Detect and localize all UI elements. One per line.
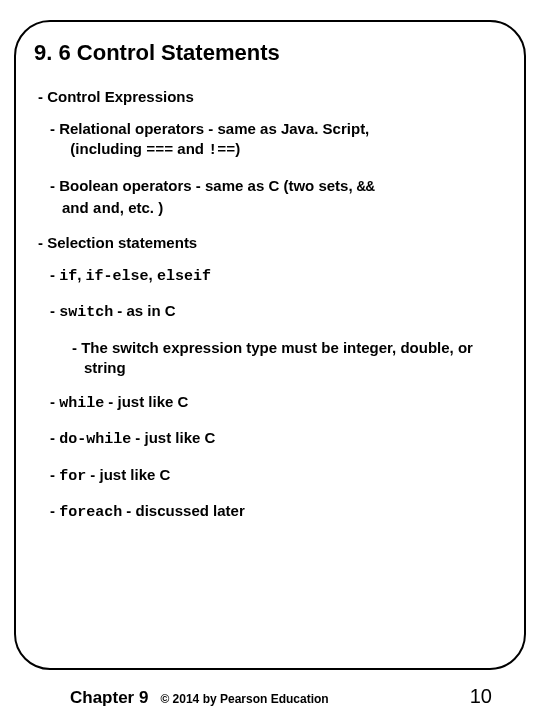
text: - just like C	[86, 466, 170, 483]
text: ,	[77, 266, 85, 283]
copyright-text: © 2014 by Pearson Education	[160, 692, 328, 706]
code-if-else: if-else	[86, 268, 149, 285]
text: )	[235, 140, 240, 157]
text: , etc. )	[120, 199, 163, 216]
code-elseif: elseif	[157, 268, 211, 285]
code-foreach: foreach	[59, 504, 122, 521]
bullet-for: - for - just like C	[50, 465, 506, 487]
text: -	[50, 393, 59, 410]
text: ,	[149, 266, 157, 283]
heading-selection-statements: - Selection statements	[38, 234, 506, 251]
code-for: for	[59, 468, 86, 485]
text: -	[50, 266, 59, 283]
page-number: 10	[470, 685, 492, 708]
bullet-switch: - switch - as in C	[50, 301, 506, 323]
bullet-do-while: - do-while - just like C	[50, 428, 506, 450]
text: -	[50, 429, 59, 446]
bullet-relational-operators: - Relational operators - same as Java. S…	[50, 119, 506, 162]
text: and	[173, 140, 208, 157]
text: - Boolean operators - same as C (two set…	[50, 177, 357, 194]
footer-left: Chapter 9 © 2014 by Pearson Education	[70, 688, 329, 708]
text: - as in C	[113, 302, 176, 319]
code-if: if	[59, 268, 77, 285]
heading-control-expressions: - Control Expressions	[38, 88, 506, 105]
bullet-while: - while - just like C	[50, 392, 506, 414]
bullet-if-else: - if, if-else, elseif	[50, 265, 506, 287]
text: -	[50, 502, 59, 519]
text: and	[62, 199, 93, 216]
code-do-while: do-while	[59, 431, 131, 448]
code-and-word: and	[93, 201, 120, 218]
code-and-op: &&	[357, 179, 375, 196]
bullet-boolean-operators: - Boolean operators - same as C (two set…	[50, 176, 506, 221]
code-switch: switch	[59, 304, 113, 321]
text: (including	[70, 140, 146, 157]
text: - just like C	[104, 393, 188, 410]
text: - Relational operators - same as Java. S…	[50, 120, 369, 137]
text: -	[50, 466, 59, 483]
slide-footer: Chapter 9 © 2014 by Pearson Education 10	[0, 685, 540, 708]
bullet-switch-note: - The switch expression type must be int…	[72, 338, 506, 379]
text: - discussed later	[122, 502, 245, 519]
chapter-label: Chapter 9	[70, 688, 148, 708]
bullet-foreach: - foreach - discussed later	[50, 501, 506, 523]
code-while: while	[59, 395, 104, 412]
code-strict-equal: ===	[146, 142, 173, 159]
code-strict-not-equal: !==	[208, 142, 235, 159]
text: -	[50, 302, 59, 319]
text: - just like C	[131, 429, 215, 446]
slide-title: 9. 6 Control Statements	[34, 40, 506, 66]
slide-frame: 9. 6 Control Statements - Control Expres…	[14, 20, 526, 670]
